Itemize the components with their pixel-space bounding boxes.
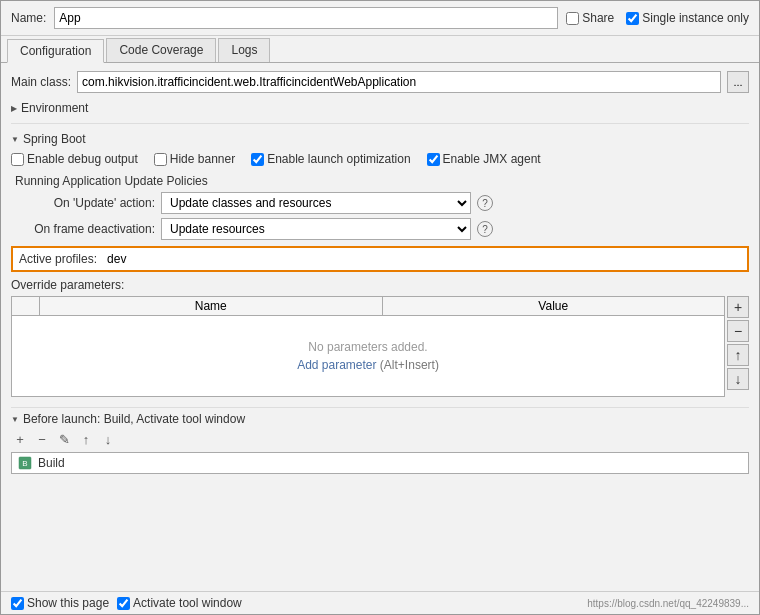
tab-configuration[interactable]: Configuration [7, 39, 104, 63]
spring-boot-section: ▼ Spring Boot Enable debug output Hide b… [11, 123, 749, 246]
svg-text:B: B [22, 459, 27, 468]
single-instance-checkbox-label[interactable]: Single instance only [626, 11, 749, 25]
main-class-row: Main class: ... [11, 71, 749, 93]
header-row: Name: Share Single instance only [1, 1, 759, 36]
before-launch-header[interactable]: ▼ Before launch: Build, Activate tool wi… [11, 412, 749, 426]
on-frame-select[interactable]: Update resources [161, 218, 471, 240]
name-input[interactable] [54, 7, 558, 29]
enable-launch-checkbox[interactable] [251, 153, 264, 166]
show-page-label[interactable]: Show this page [11, 596, 109, 610]
params-header: Name Value [12, 297, 724, 316]
single-instance-checkbox[interactable] [626, 12, 639, 25]
activate-tool-checkbox[interactable] [117, 597, 130, 610]
active-profiles-row: Active profiles: [11, 246, 749, 272]
on-frame-help-icon[interactable]: ? [477, 221, 493, 237]
before-launch-label: Before launch: Build, Activate tool wind… [23, 412, 245, 426]
spring-boot-label: Spring Boot [23, 132, 86, 146]
tab-code-coverage[interactable]: Code Coverage [106, 38, 216, 62]
before-launch-triangle: ▼ [11, 415, 19, 424]
on-update-row: On 'Update' action: Update classes and r… [15, 192, 749, 214]
active-profiles-input[interactable] [103, 252, 741, 266]
name-label: Name: [11, 11, 46, 25]
main-class-label: Main class: [11, 75, 71, 89]
spring-boot-triangle: ▼ [11, 135, 19, 144]
edit-launch-button[interactable]: ✎ [55, 430, 73, 448]
update-policies: Running Application Update Policies On '… [15, 174, 749, 240]
move-down-launch-button[interactable]: ↓ [99, 430, 117, 448]
content-area: Main class: ... ▶ Environment ▼ Spring B… [1, 63, 759, 591]
add-param-button[interactable]: + [727, 296, 749, 318]
on-update-help-icon[interactable]: ? [477, 195, 493, 211]
spring-boot-header[interactable]: ▼ Spring Boot [11, 130, 749, 148]
launch-toolbar: + − ✎ ↑ ↓ [11, 430, 749, 448]
build-label: Build [38, 456, 65, 470]
params-table-wrapper: Name Value No parameters added. Add para… [11, 296, 749, 397]
on-frame-label: On frame deactivation: [15, 222, 155, 236]
main-panel: Main class: ... ▶ Environment ▼ Spring B… [11, 71, 749, 583]
tabs-bar: Configuration Code Coverage Logs [1, 36, 759, 63]
environment-triangle: ▶ [11, 104, 17, 113]
table-buttons: + − ↑ ↓ [727, 296, 749, 397]
main-class-input[interactable] [77, 71, 721, 93]
no-params-text: No parameters added. [308, 340, 427, 354]
enable-jmx-checkbox[interactable] [427, 153, 440, 166]
remove-launch-button[interactable]: − [33, 430, 51, 448]
environment-section[interactable]: ▶ Environment [11, 99, 749, 117]
share-checkbox-label[interactable]: Share [566, 11, 614, 25]
build-row: B Build [11, 452, 749, 474]
move-up-launch-button[interactable]: ↑ [77, 430, 95, 448]
on-frame-row: On frame deactivation: Update resources … [15, 218, 749, 240]
params-table: Name Value No parameters added. Add para… [11, 296, 725, 397]
activate-tool-label[interactable]: Activate tool window [117, 596, 242, 610]
browse-button[interactable]: ... [727, 71, 749, 93]
environment-label: Environment [21, 101, 88, 115]
active-profiles-label: Active profiles: [19, 252, 97, 266]
hide-banner-checkbox[interactable] [154, 153, 167, 166]
tab-logs[interactable]: Logs [218, 38, 270, 62]
add-launch-button[interactable]: + [11, 430, 29, 448]
show-page-checkbox[interactable] [11, 597, 24, 610]
spring-boot-checkboxes: Enable debug output Hide banner Enable l… [11, 152, 749, 166]
on-update-select[interactable]: Update classes and resources [161, 192, 471, 214]
policies-label: Running Application Update Policies [15, 174, 749, 188]
run-config-dialog: Name: Share Single instance only Configu… [0, 0, 760, 615]
debug-output-checkbox[interactable] [11, 153, 24, 166]
params-value-col: Value [383, 297, 725, 315]
footer-url: https://blog.csdn.net/qq_42249839... [587, 598, 749, 609]
move-up-button[interactable]: ↑ [727, 344, 749, 366]
build-icon: B [18, 456, 32, 470]
params-body: No parameters added. Add parameter (Alt+… [12, 316, 724, 396]
add-param-link[interactable]: Add parameter (Alt+Insert) [297, 358, 439, 372]
params-idx-col [12, 297, 40, 315]
enable-launch-label[interactable]: Enable launch optimization [251, 152, 410, 166]
before-launch-section: ▼ Before launch: Build, Activate tool wi… [11, 407, 749, 474]
move-down-button[interactable]: ↓ [727, 368, 749, 390]
remove-param-button[interactable]: − [727, 320, 749, 342]
share-checkbox[interactable] [566, 12, 579, 25]
add-param-shortcut: (Alt+Insert) [380, 358, 439, 372]
override-section: Override parameters: Name Value No param… [11, 278, 749, 397]
override-label: Override parameters: [11, 278, 749, 292]
on-update-label: On 'Update' action: [15, 196, 155, 210]
params-name-col: Name [40, 297, 383, 315]
hide-banner-label[interactable]: Hide banner [154, 152, 235, 166]
debug-output-label[interactable]: Enable debug output [11, 152, 138, 166]
footer-row: Show this page Activate tool window http… [1, 591, 759, 614]
enable-jmx-label[interactable]: Enable JMX agent [427, 152, 541, 166]
header-right: Share Single instance only [566, 11, 749, 25]
